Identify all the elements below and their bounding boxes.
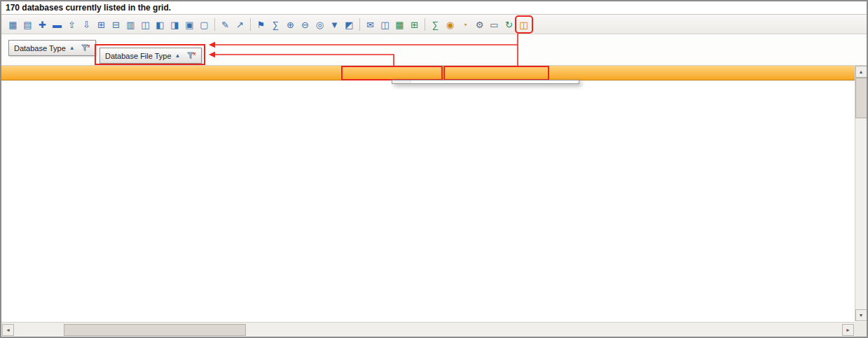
toolbar-sum-icon[interactable]: ∑ (429, 17, 443, 31)
toolbar-settings-icon[interactable]: ⚙ (473, 17, 487, 31)
toolbar-show-columns-icon[interactable]: ▥ (124, 17, 138, 31)
toolbar-freeze-columns-icon[interactable]: ◫ (139, 17, 153, 31)
toolbar-formula-icon[interactable]: ∑ (269, 17, 283, 31)
toolbar-zoom-in-icon[interactable]: ⊕ (284, 17, 298, 31)
toolbar-mail-icon[interactable]: ✉ (364, 17, 378, 31)
group-chip-database-type[interactable]: Database Type▲ (8, 40, 96, 56)
toolbar-group-columns-icon[interactable]: ◫ (517, 17, 531, 31)
toolbar-column-left-icon[interactable]: ◧ (153, 17, 167, 31)
toolbar-flag-icon[interactable]: ⚑ (254, 17, 268, 31)
toolbar-separator (425, 18, 425, 31)
horizontal-scrollbar[interactable]: ◄ ► (1, 322, 855, 337)
toolbar-chart-menu-icon[interactable]: ◩ (343, 17, 357, 31)
toolbar-tile-windows-icon[interactable]: ◫ (378, 17, 392, 31)
toolbar-remove-icon[interactable]: ▬ (50, 17, 64, 31)
toolbar-zoom-out-icon[interactable]: ⊖ (298, 17, 312, 31)
toolbar-print-preview-icon[interactable]: ▤ (21, 17, 35, 31)
toolbar-size-analysis-icon[interactable]: ◉ (443, 17, 457, 31)
toolbar-insert-above-icon[interactable]: ⇧ (65, 17, 79, 31)
toolbar-console-icon[interactable]: ▭ (488, 17, 502, 31)
filter-icon[interactable] (81, 44, 90, 52)
toolbar-column-right-icon[interactable]: ◨ (168, 17, 182, 31)
database-grid (1, 66, 855, 80)
toolbar-paste-icon[interactable]: ▢ (198, 17, 212, 31)
toolbar-expand-all-icon[interactable]: ⊞ (95, 17, 109, 31)
hscroll-thumb[interactable] (64, 324, 246, 336)
hscroll-track[interactable] (15, 324, 841, 336)
group-chip-label: Database File Type (105, 52, 172, 60)
toolbar-pivot-icon[interactable]: ⊞ (408, 17, 422, 31)
toolbar-usage-icon[interactable]: ◔ (458, 17, 472, 31)
toolbar-quick-filter-icon[interactable]: ▼ (328, 17, 342, 31)
header-row (1, 66, 855, 80)
vscroll-down-button[interactable]: ▼ (855, 309, 867, 321)
group-chip-database-file-type[interactable]: Database File Type▲ (99, 48, 202, 64)
grid-count-message: 170 databases currently listed in the gr… (1, 1, 867, 15)
toolbar-zoom-reset-icon[interactable]: ◎ (313, 17, 327, 31)
filter-icon[interactable] (187, 52, 196, 60)
group-chip-label: Database Type (14, 44, 66, 52)
toolbar: ▦▤✚▬⇧⇩⊞⊟▥◫◧◨▣▢✎↗⚑∑⊕⊖◎▼◩✉◫▦⊞∑◉◔⚙▭↻◫ (1, 15, 867, 34)
sort-ascending-icon[interactable]: ▲ (69, 45, 75, 51)
hscroll-left-button[interactable]: ◄ (2, 324, 14, 336)
toolbar-copy-icon[interactable]: ▣ (183, 17, 197, 31)
toolbar-separator (214, 18, 215, 31)
toolbar-refresh-icon[interactable]: ↻ (502, 17, 516, 31)
toolbar-data-table-icon[interactable]: ▦ (393, 17, 407, 31)
scrollbar-corner (855, 322, 867, 337)
grouping-bar: Database Type▲Database File Type▲ (1, 34, 867, 66)
vscroll-track[interactable] (855, 78, 867, 309)
toolbar-insert-below-icon[interactable]: ⇩ (80, 17, 94, 31)
toolbar-separator (250, 18, 251, 31)
vscroll-thumb[interactable] (855, 78, 867, 118)
hscroll-right-button[interactable]: ► (842, 324, 854, 336)
vscroll-up-button[interactable]: ▲ (855, 66, 867, 78)
toolbar-separator (359, 18, 360, 31)
toolbar-collapse-all-icon[interactable]: ⊟ (109, 17, 123, 31)
app-window: 170 databases currently listed in the gr… (0, 0, 868, 338)
toolbar-open-grid-icon[interactable]: ▦ (6, 17, 20, 31)
toolbar-add-icon[interactable]: ✚ (36, 17, 50, 31)
toolbar-open-document-icon[interactable]: ↗ (233, 17, 247, 31)
context-menu (392, 80, 579, 84)
vertical-scrollbar[interactable]: ▲ ▼ (855, 66, 867, 321)
grid-rows (1, 80, 855, 321)
toolbar-edit-document-icon[interactable]: ✎ (219, 17, 233, 31)
sort-ascending-icon[interactable]: ▲ (175, 52, 181, 59)
